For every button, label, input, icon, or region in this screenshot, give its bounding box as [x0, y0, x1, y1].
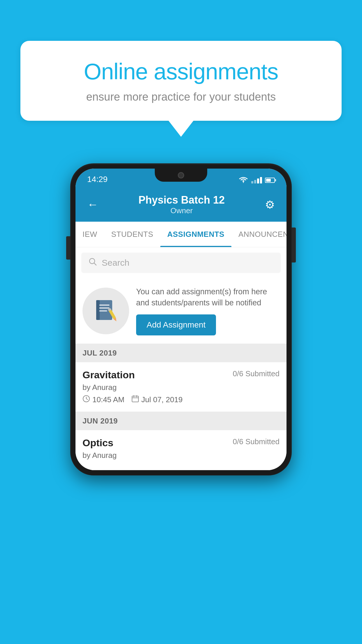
battery-fill	[266, 179, 271, 182]
promo-section: You can add assignment(s) from here and …	[75, 278, 287, 344]
clock-icon	[82, 395, 90, 405]
assignment-top-row: Gravitation 0/6 Submitted	[82, 369, 280, 381]
assignment-by-gravitation: by Anurag	[82, 383, 280, 392]
search-container: Search	[75, 247, 287, 278]
svg-rect-13	[132, 396, 138, 402]
promo-description: You can add assignment(s) from here and …	[136, 286, 280, 309]
header-subtitle: Owner	[138, 206, 225, 215]
tabs-container: IEW STUDENTS ASSIGNMENTS ANNOUNCEN	[75, 222, 287, 247]
promo-icon-circle	[82, 288, 129, 334]
add-assignment-button[interactable]: Add Assignment	[136, 314, 216, 335]
section-header-jul: JUL 2019	[75, 344, 287, 362]
search-placeholder: Search	[102, 258, 129, 268]
meta-date: Jul 07, 2019	[131, 395, 183, 405]
assignment-meta-gravitation: 10:45 AM Jul 07, 2019	[82, 395, 280, 405]
header-title: Physics Batch 12	[138, 194, 225, 206]
battery-icon	[265, 178, 275, 183]
assignment-item-optics[interactable]: Optics 0/6 Submitted by Anurag	[75, 430, 287, 470]
section-header-jun: JUN 2019	[75, 412, 287, 430]
assignment-time: 10:45 AM	[92, 395, 124, 404]
assignment-status-optics: 0/6 Submitted	[233, 437, 280, 446]
bubble-subtitle: ensure more practice for your students	[41, 91, 321, 103]
app-header: ← Physics Batch 12 Owner ⚙	[75, 188, 287, 222]
speech-bubble-container: Online assignments ensure more practice …	[20, 41, 342, 121]
search-icon	[88, 257, 97, 268]
wifi-icon	[238, 176, 248, 184]
assignment-name-gravitation: Gravitation	[82, 369, 135, 381]
notebook-icon	[93, 298, 119, 324]
tab-students[interactable]: STUDENTS	[104, 222, 160, 247]
phone-outer: 14:29	[70, 163, 292, 475]
tab-announcements[interactable]: ANNOUNCEN	[231, 222, 287, 247]
assignment-date: Jul 07, 2019	[141, 395, 183, 404]
phone-wrapper: 14:29	[70, 163, 292, 475]
status-icons	[238, 176, 275, 184]
assignment-status-gravitation: 0/6 Submitted	[233, 369, 280, 378]
search-bar[interactable]: Search	[81, 253, 281, 273]
phone-screen: 14:29	[75, 169, 287, 470]
tab-assignments[interactable]: ASSIGNMENTS	[160, 222, 231, 247]
svg-rect-3	[96, 300, 100, 320]
svg-line-12	[86, 399, 88, 400]
assignment-item-gravitation[interactable]: Gravitation 0/6 Submitted by Anurag	[75, 362, 287, 412]
speech-bubble: Online assignments ensure more practice …	[20, 41, 342, 121]
tab-iew[interactable]: IEW	[75, 222, 104, 247]
assignment-by-optics: by Anurag	[82, 451, 280, 460]
back-button[interactable]: ←	[87, 198, 98, 211]
settings-icon[interactable]: ⚙	[265, 198, 275, 211]
header-center: Physics Batch 12 Owner	[138, 194, 225, 215]
assignment-top-row-optics: Optics 0/6 Submitted	[82, 437, 280, 449]
svg-line-1	[94, 263, 96, 265]
promo-text-area: You can add assignment(s) from here and …	[136, 286, 280, 335]
camera	[178, 172, 184, 178]
signal-icon	[251, 177, 262, 183]
meta-time: 10:45 AM	[82, 395, 124, 405]
assignment-name-optics: Optics	[82, 437, 113, 449]
phone-notch	[155, 169, 207, 182]
calendar-icon	[131, 395, 139, 405]
bubble-title: Online assignments	[41, 58, 321, 85]
